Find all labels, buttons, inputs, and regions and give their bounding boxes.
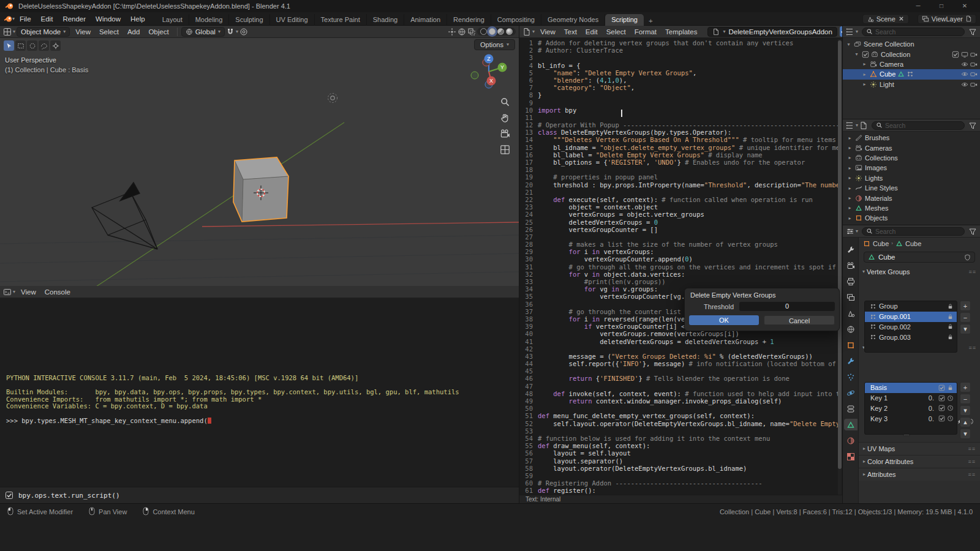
console-input-line[interactable]: >>> bpy.types.MESH_MT_shape_key_context_… [6, 418, 459, 425]
remove-shape-key-button[interactable]: − [960, 394, 971, 404]
workspace-tab-geometry-nodes[interactable]: Geometry Nodes [541, 14, 605, 26]
shape-key-specials-button[interactable]: ▾ [960, 405, 971, 416]
code-line[interactable]: 54# function below is used for adding it… [519, 435, 838, 442]
breadcrumb-data[interactable]: Cube [905, 240, 921, 247]
code-line[interactable]: 23 object = context.object [519, 203, 838, 211]
blend-file-row-brushes[interactable]: ▸Brushes [843, 133, 980, 143]
tool-select-box-button[interactable] [15, 40, 26, 51]
text-editor-type-icon[interactable] [522, 28, 531, 36]
shape-key-row-key-1[interactable]: Key 10. [865, 393, 957, 403]
viewport-menu-select[interactable]: Select [95, 27, 123, 37]
pan-hand-icon[interactable] [500, 113, 510, 123]
properties-tab-constraints[interactable] [844, 403, 858, 414]
code-line[interactable]: 56 layout = self.layout [519, 449, 838, 457]
properties-tab-world[interactable] [844, 323, 858, 335]
shape-key-row-basis[interactable]: Basis [865, 383, 957, 393]
shape-key-row-key-2[interactable]: Key 20. [865, 403, 957, 414]
view-layer-selector[interactable]: ViewLayer [918, 14, 976, 24]
workspace-tab-rendering[interactable]: Rendering [447, 14, 491, 26]
check-icon[interactable] [938, 395, 945, 402]
properties-tab-output[interactable] [844, 276, 858, 287]
expand-icon[interactable]: ▸ [846, 216, 853, 221]
expand-icon[interactable]: ▸ [846, 175, 853, 181]
blend-file-row-cameras[interactable]: ▸Cameras [843, 143, 980, 152]
expand-icon[interactable]: ▾ [845, 42, 852, 47]
blend-file-row-materials[interactable]: ▸Materials [843, 193, 980, 203]
vertex-group-row-group.002[interactable]: Group.002 [865, 322, 957, 332]
vertex-groups-panel-header[interactable]: ▾ Vertex Groups ≡≡ [859, 266, 980, 277]
code-line[interactable]: 14 """Deletes Vertex Groups Based On A T… [519, 136, 838, 143]
text-menu-view[interactable]: View [536, 27, 560, 37]
code-line[interactable]: 26 vertexGroupCounter = [] [519, 226, 838, 233]
expand-icon[interactable]: ▸ [861, 72, 868, 77]
workspace-tab-sculpting[interactable]: Sculpting [229, 14, 270, 26]
lock-icon[interactable] [947, 303, 954, 310]
screen-icon[interactable] [961, 51, 968, 58]
code-line[interactable]: 5 "name": "Delete Empty Vertex Groups", [519, 69, 838, 77]
code-line[interactable]: 28 # makes a list the size of the number… [519, 241, 838, 248]
code-line[interactable]: 6 "blender": (4,1,0), [519, 77, 838, 84]
viewport-menu-add[interactable]: Add [123, 27, 144, 37]
shading-rendered-button[interactable] [506, 28, 513, 35]
code-line[interactable]: 24 vertexGroups = object.vertex_groups [519, 211, 838, 218]
properties-editor[interactable]: ▾ Search Cube › Cube Cube ▾ Vertex Group… [842, 225, 980, 503]
collection-checkbox-icon[interactable] [862, 51, 869, 58]
options-button[interactable]: Options▾ [474, 39, 515, 50]
run-script-check-button[interactable] [840, 26, 842, 37]
panel-color-attributes[interactable]: ▸ Color Attributes≡≡ [859, 455, 980, 468]
code-line[interactable]: 50 [519, 405, 838, 412]
outliner-row-scene-collection[interactable]: ▾Scene Collection [843, 39, 980, 49]
code-line[interactable]: 22 def execute(self, context): # functio… [519, 196, 838, 203]
code-line[interactable]: 42 [519, 345, 838, 353]
properties-tab-object[interactable] [844, 339, 858, 351]
code-line[interactable]: 19 # properties in popup panel [519, 173, 838, 181]
text-menu-select[interactable]: Select [602, 27, 630, 37]
code-line[interactable]: 8} [519, 91, 838, 99]
vertex-group-row-group.001[interactable]: Group.001 [865, 312, 957, 322]
shape-key-row-key-3[interactable]: Key 30. [865, 413, 957, 424]
code-line[interactable]: 30 vertexGroupCounter.append(0) [519, 255, 838, 263]
code-line[interactable]: 40 vertexGroups.remove(vertexGroups[i]) [519, 330, 838, 337]
code-line[interactable]: 41 deletedVertexGroups = deletedVertexGr… [519, 338, 838, 345]
properties-tab-tool[interactable] [844, 244, 858, 255]
snap-chevron-icon[interactable]: ▾ [236, 29, 238, 34]
menu-file[interactable]: File [15, 14, 36, 24]
properties-tab-view-layer[interactable] [844, 291, 858, 303]
shape-key-value[interactable]: 0. [929, 394, 934, 402]
cancel-button[interactable]: Cancel [764, 315, 835, 325]
properties-tab-texture[interactable] [844, 451, 858, 462]
vertex-group-row-group[interactable]: Group [865, 301, 957, 312]
code-line[interactable]: 59 [519, 472, 838, 479]
code-line[interactable]: 49 return context.window_manager.invoke_… [519, 397, 838, 405]
workspace-tab-compositing[interactable]: Compositing [491, 14, 541, 26]
shading-material-button[interactable] [497, 28, 504, 35]
outliner[interactable]: ▾ Search ▾Scene Collection▾Collection▸Ca… [842, 26, 980, 119]
shading-wireframe-button[interactable] [480, 28, 487, 35]
expand-icon[interactable]: ▸ [846, 135, 853, 141]
code-line[interactable]: 4bl_info = { [519, 62, 838, 69]
move-shape-key-up-button[interactable]: ▴ [960, 417, 971, 427]
code-line[interactable]: 32 for v in object.data.vertices: [519, 271, 838, 278]
console-editor-icon[interactable] [3, 288, 12, 296]
disable-render-icon[interactable] [970, 70, 978, 78]
blend-file-row-objects[interactable]: ▸Objects [843, 213, 980, 223]
code-line[interactable]: 47 [519, 383, 838, 390]
hide-viewport-icon[interactable] [961, 70, 968, 78]
code-line[interactable]: 15 bl_idname = "object.delete_empty_vert… [519, 144, 838, 151]
blender-app-menu-icon[interactable] [4, 15, 12, 23]
hide-viewport-icon[interactable] [961, 81, 968, 88]
clock-icon[interactable] [947, 395, 954, 402]
vertex-group-row-group.003[interactable]: Group.003 [865, 332, 957, 342]
blend-file-search-input[interactable]: Search [872, 121, 965, 130]
outliner-row-light[interactable]: ▸Light [843, 80, 980, 89]
mesh-data-name-field[interactable]: Cube [864, 252, 975, 263]
menu-help[interactable]: Help [126, 14, 150, 24]
blend-file-row-images[interactable]: ▸Images [843, 163, 980, 173]
panel-uv-maps[interactable]: ▸ UV Maps≡≡ [859, 442, 980, 455]
text-editor[interactable]: ▾ ViewTextEditSelectFormatTemplates ▾ De… [519, 26, 842, 503]
add-shape-key-button[interactable]: + [960, 382, 971, 392]
console-menu-view[interactable]: View [17, 287, 40, 297]
expand-icon[interactable]: ▸ [861, 81, 868, 87]
code-line[interactable]: 3 [519, 54, 838, 61]
tool-select-lasso-button[interactable] [39, 40, 49, 51]
